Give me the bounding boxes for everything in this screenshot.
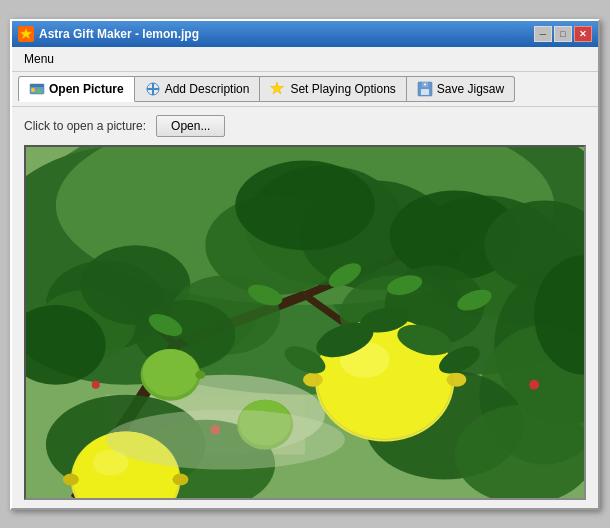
svg-marker-8	[271, 82, 284, 94]
window-title: Astra Gift Maker - lemon.jpg	[39, 27, 199, 41]
app-icon	[18, 26, 34, 42]
close-button[interactable]: ✕	[574, 26, 592, 42]
svg-point-57	[529, 379, 539, 389]
set-playing-icon	[270, 81, 286, 97]
lemon-scene	[26, 147, 584, 498]
svg-point-72	[195, 370, 205, 378]
title-bar: Astra Gift Maker - lemon.jpg ─ □ ✕	[12, 21, 598, 47]
svg-point-69	[63, 473, 79, 485]
save-jigsaw-icon	[417, 81, 433, 97]
svg-rect-10	[421, 89, 429, 95]
tab-save-jigsaw[interactable]: Save Jigsaw	[407, 76, 515, 102]
main-window: Astra Gift Maker - lemon.jpg ─ □ ✕ Menu …	[10, 19, 600, 510]
tab-add-description-label: Add Description	[165, 82, 250, 96]
toolbar: Open Picture Add Description Set Playing…	[12, 72, 598, 107]
minimize-button[interactable]: ─	[534, 26, 552, 42]
svg-point-63	[303, 372, 323, 386]
open-row: Click to open a picture: Open...	[24, 115, 586, 137]
svg-point-62	[446, 372, 466, 386]
open-picture-label: Click to open a picture:	[24, 119, 146, 133]
tab-add-description[interactable]: Add Description	[135, 76, 261, 102]
image-frame	[24, 145, 586, 500]
add-description-icon	[145, 81, 161, 97]
svg-point-68	[172, 473, 188, 485]
tab-set-playing-options[interactable]: Set Playing Options	[260, 76, 406, 102]
maximize-button[interactable]: □	[554, 26, 572, 42]
svg-point-12	[424, 83, 426, 85]
open-button[interactable]: Open...	[156, 115, 225, 137]
svg-point-3	[31, 88, 35, 92]
tab-set-playing-options-label: Set Playing Options	[290, 82, 395, 96]
tab-open-picture-label: Open Picture	[49, 82, 124, 96]
svg-point-75	[106, 409, 345, 469]
svg-marker-0	[20, 28, 32, 39]
svg-rect-2	[30, 84, 44, 87]
menu-item-menu[interactable]: Menu	[18, 50, 60, 68]
title-bar-left: Astra Gift Maker - lemon.jpg	[18, 26, 199, 42]
svg-point-58	[92, 380, 100, 388]
tab-save-jigsaw-label: Save Jigsaw	[437, 82, 504, 96]
svg-point-34	[235, 160, 375, 250]
menu-bar: Menu	[12, 47, 598, 72]
window-controls: ─ □ ✕	[534, 26, 592, 42]
content-area: Click to open a picture: Open...	[12, 107, 598, 508]
svg-point-71	[143, 348, 199, 396]
open-picture-icon	[29, 81, 45, 97]
tab-open-picture[interactable]: Open Picture	[18, 76, 135, 102]
